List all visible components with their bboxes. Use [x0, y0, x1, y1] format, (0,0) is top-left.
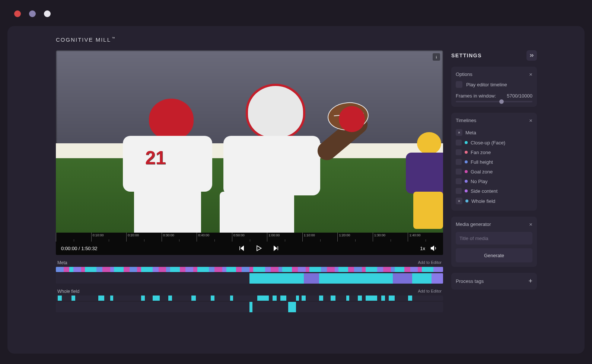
collapse-settings-button[interactable]	[526, 50, 537, 61]
remove-icon[interactable]: ×	[456, 198, 462, 204]
skip-prev-button[interactable]	[238, 245, 245, 252]
track-meta-lane-2[interactable]	[56, 273, 443, 284]
frames-label: Frames in window:	[456, 93, 496, 99]
panel-title: Options	[456, 71, 472, 77]
video-player: i 0:10:000:20:000:30:000:40:000:50:001:0…	[56, 50, 443, 255]
brand-logo: COGNITIVE MILL™	[7, 36, 585, 50]
editor-column: i 0:10:000:20:000:30:000:40:000:50:001:0…	[56, 50, 443, 344]
skip-next-button[interactable]	[272, 245, 280, 252]
checkbox-icon[interactable]	[456, 159, 462, 165]
window-controls	[0, 0, 592, 17]
timeline-ruler[interactable]: 0:10:000:20:000:30:000:40:000:50:001:00:…	[56, 233, 443, 242]
timeline-item[interactable]: Full height	[456, 157, 533, 167]
checkbox-icon[interactable]	[456, 149, 462, 155]
svg-marker-2	[257, 246, 261, 250]
track-wholefield-lane-1[interactable]	[56, 296, 443, 301]
track-meta-lane-1[interactable]	[56, 267, 443, 272]
color-dot-icon	[465, 151, 468, 154]
timeline-item[interactable]: Close-up (Face)	[456, 138, 533, 147]
remove-icon[interactable]: ×	[456, 129, 462, 136]
color-dot-icon	[465, 199, 468, 202]
panel-title: Process tags	[456, 278, 484, 284]
volume-icon[interactable]	[430, 245, 438, 252]
track-meta: Meta Add to Editor	[56, 259, 443, 284]
generate-button[interactable]: Generate	[456, 248, 532, 262]
track-wholefield-lane-2[interactable]	[56, 302, 443, 312]
svg-marker-0	[241, 246, 244, 250]
add-to-editor-button[interactable]: Add to Editor	[418, 260, 442, 265]
color-dot-icon	[465, 189, 468, 192]
app-frame: COGNITIVE MILL™ i 0:10:000:20:000:30:000…	[7, 26, 585, 354]
media-title-input[interactable]	[456, 232, 532, 245]
play-button[interactable]	[255, 245, 262, 252]
checkbox-icon[interactable]	[456, 81, 462, 88]
info-icon[interactable]: i	[433, 53, 440, 61]
settings-title: SETTINGS	[451, 52, 482, 58]
playback-bar: 0:00:00 / 1:50:32 1x	[56, 242, 443, 255]
timeline-group[interactable]: ×Meta	[456, 127, 533, 138]
window-minimize-dot[interactable]	[29, 10, 36, 17]
video-canvas[interactable]: i	[56, 50, 443, 233]
track-label: Meta	[57, 260, 67, 265]
color-dot-icon	[465, 180, 468, 183]
settings-column: SETTINGS Options × Play editor timeline …	[451, 50, 537, 344]
timelines-list[interactable]: ×MetaClose-up (Face)Fan zoneFull heightG…	[456, 127, 535, 206]
timeline-item[interactable]: ×Whole field	[456, 196, 533, 206]
play-timeline-toggle[interactable]: Play editor timeline	[456, 81, 532, 88]
color-dot-icon	[465, 160, 468, 163]
checkbox-icon[interactable]	[456, 140, 462, 146]
window-close-dot[interactable]	[14, 10, 21, 17]
close-icon[interactable]: ×	[529, 221, 532, 227]
checkbox-icon[interactable]	[456, 178, 462, 184]
track-whole-field: Whole field Add to Editor	[56, 288, 443, 312]
add-to-editor-button[interactable]: Add to Editor	[418, 289, 442, 294]
timeline-item[interactable]: Side content	[456, 186, 533, 196]
options-panel: Options × Play editor timeline Frames in…	[451, 67, 537, 107]
checkbox-icon[interactable]	[456, 188, 462, 194]
timeline-item[interactable]: No Play	[456, 176, 533, 186]
panel-title: Media generator	[456, 221, 491, 227]
checkbox-icon[interactable]	[456, 169, 462, 175]
svg-marker-5	[431, 246, 434, 250]
process-tags-panel: Process tags +	[451, 273, 537, 290]
svg-marker-3	[274, 246, 277, 250]
color-dot-icon	[465, 141, 468, 144]
media-generator-panel: Media generator × Generate	[451, 217, 537, 267]
close-icon[interactable]: ×	[529, 71, 532, 77]
close-icon[interactable]: ×	[529, 117, 532, 124]
timeline-item[interactable]: Fan zone	[456, 147, 533, 157]
timeline-item[interactable]: Goal zone	[456, 167, 533, 176]
frames-value: 5700/10000	[507, 93, 532, 99]
color-dot-icon	[465, 170, 468, 173]
frames-slider[interactable]	[456, 101, 532, 102]
time-display: 0:00:00 / 1:50:32	[61, 246, 98, 251]
add-icon[interactable]: +	[528, 277, 532, 285]
panel-title: Timelines	[456, 118, 476, 123]
window-maximize-dot[interactable]	[44, 10, 51, 17]
playback-speed[interactable]: 1x	[420, 246, 425, 251]
timelines-panel: Timelines × ×MetaClose-up (Face)Fan zone…	[451, 113, 537, 211]
track-label: Whole field	[57, 289, 79, 294]
